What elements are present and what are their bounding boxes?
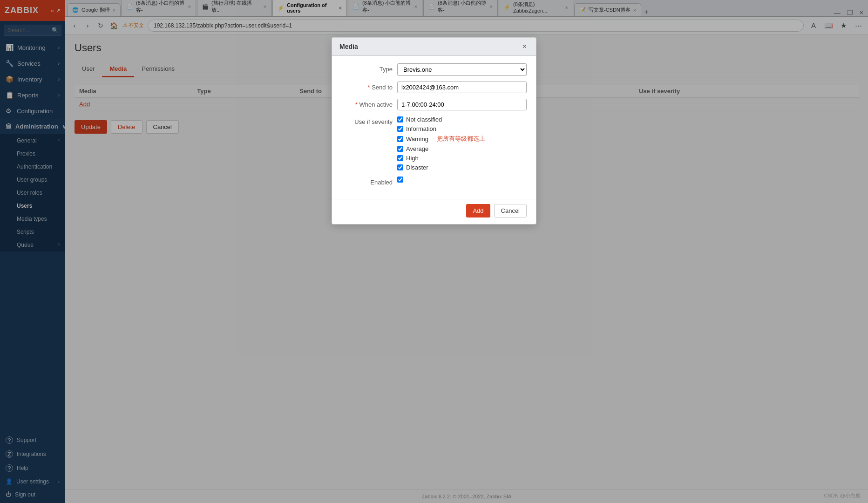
modal-footer: Add Cancel (332, 199, 536, 224)
severity-average: Average (397, 145, 527, 152)
modal-title: Media (339, 43, 358, 50)
send-to-input[interactable] (397, 82, 527, 93)
enabled-row: Enabled (341, 177, 527, 186)
average-checkbox[interactable] (397, 146, 403, 152)
severity-label: Use if severity (341, 116, 393, 125)
enabled-checkbox-container (397, 177, 403, 183)
enabled-label: Enabled (341, 177, 393, 186)
media-modal: Media × Type Brevis.oneEmailSMSScript Se… (332, 37, 536, 224)
severity-checkboxes: Not classified Information Warning 把所有等级… (397, 116, 527, 171)
type-select[interactable]: Brevis.oneEmailSMSScript (397, 63, 527, 76)
main-content: 🌐 Google 翻译 × 📄 (8条消息) 小白熊的博客- × 🎬 (旅行月球… (65, 0, 868, 503)
modal-cancel-button[interactable]: Cancel (494, 204, 527, 218)
checkboxes-group: Not classified Information Warning 把所有等级… (397, 116, 527, 171)
modal-close-button[interactable]: × (521, 42, 529, 51)
send-to-row: Send to (341, 82, 527, 93)
high-checkbox[interactable] (397, 155, 403, 161)
modal-overlay: Media × Type Brevis.oneEmailSMSScript Se… (0, 0, 868, 503)
average-label: Average (406, 145, 428, 152)
information-label: Information (406, 125, 436, 132)
when-active-row: When active (341, 99, 527, 110)
disaster-label: Disaster (406, 164, 428, 171)
modal-header: Media × (332, 38, 536, 56)
severity-row: Use if severity Not classified Informati… (341, 116, 527, 171)
disaster-checkbox[interactable] (397, 164, 403, 170)
not-classified-checkbox[interactable] (397, 116, 403, 122)
severity-information: Information (397, 125, 527, 132)
information-checkbox[interactable] (397, 126, 403, 132)
when-active-input[interactable] (397, 99, 527, 110)
not-classified-label: Not classified (406, 116, 442, 123)
modal-body: Type Brevis.oneEmailSMSScript Send to Wh… (332, 56, 536, 199)
severity-disaster: Disaster (397, 164, 527, 171)
severity-high: High (397, 155, 527, 162)
modal-add-button[interactable]: Add (466, 204, 490, 218)
high-label: High (406, 155, 419, 162)
chinese-annotation: 把所有等级都选上 (437, 135, 485, 143)
type-row: Type Brevis.oneEmailSMSScript (341, 63, 527, 76)
severity-not-classified: Not classified (397, 116, 527, 123)
send-to-label: Send to (341, 82, 393, 91)
warning-label: Warning (406, 136, 428, 143)
enabled-checkbox[interactable] (397, 177, 403, 183)
severity-warning: Warning 把所有等级都选上 (397, 135, 527, 143)
when-active-label: When active (341, 99, 393, 108)
warning-checkbox[interactable] (397, 136, 403, 142)
type-label: Type (341, 63, 393, 73)
